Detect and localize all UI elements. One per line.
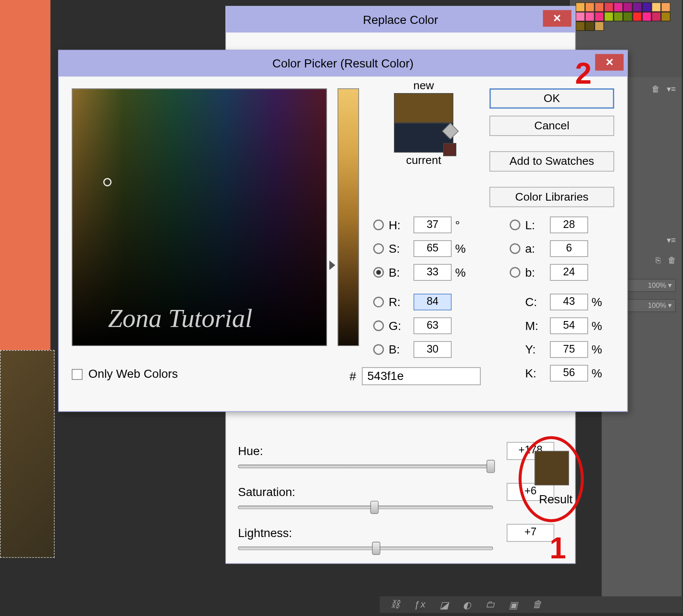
replace-close-button[interactable]: ✕: [543, 10, 572, 27]
cancel-button[interactable]: Cancel: [490, 116, 614, 136]
current-label: current: [373, 154, 474, 167]
link-icon[interactable]: ⛓: [391, 599, 401, 610]
trash-icon[interactable]: 🗑: [532, 599, 543, 610]
saturation-thumb[interactable]: [370, 501, 378, 514]
K-field[interactable]: 56: [550, 365, 588, 382]
new-icon[interactable]: ▣: [509, 599, 519, 610]
replace-titlebar[interactable]: Replace Color ✕: [226, 6, 575, 32]
lightness-thumb[interactable]: [372, 542, 380, 555]
saturation-label: Saturation:: [238, 485, 321, 499]
new-label: new: [373, 79, 474, 92]
status-bar: ⛓ ƒx ◪ ◐ 🗀 ▣ 🗑: [380, 596, 683, 613]
color-picker-dialog: Color Picker (Result Color) ✕ Zona Tutor…: [58, 50, 628, 412]
hex-field[interactable]: 543f1e: [362, 367, 481, 385]
S-radio[interactable]: [373, 243, 384, 254]
lightness-value[interactable]: +7: [507, 524, 554, 542]
replace-title: Replace Color: [363, 13, 438, 26]
R-field[interactable]: 84: [414, 294, 452, 310]
Brgb-field[interactable]: 30: [414, 341, 452, 358]
only-web-row: Only Web Colors: [72, 367, 178, 381]
adjust-icon[interactable]: ◐: [463, 599, 472, 610]
canvas-fill: [0, 0, 50, 350]
only-web-label: Only Web Colors: [88, 367, 178, 381]
hue-pointer[interactable]: [329, 260, 335, 270]
H-field[interactable]: 37: [414, 216, 452, 233]
hue-strip[interactable]: [338, 88, 359, 346]
L-radio[interactable]: [510, 219, 520, 230]
Y-field[interactable]: 75: [550, 341, 588, 358]
H-radio[interactable]: [373, 219, 384, 230]
new-color-swatch[interactable]: [394, 93, 453, 123]
blab-field[interactable]: 24: [550, 264, 588, 281]
Brgb-radio[interactable]: [373, 344, 384, 355]
fx-icon[interactable]: ƒx: [414, 599, 426, 610]
blab-radio[interactable]: [510, 267, 520, 278]
only-web-checkbox[interactable]: [72, 369, 82, 380]
C-field[interactable]: 43: [550, 294, 588, 310]
a-radio[interactable]: [510, 243, 520, 254]
add-swatches-button[interactable]: Add to Swatches: [490, 151, 614, 171]
mask-icon[interactable]: ◪: [440, 599, 450, 610]
Bhsb-field[interactable]: 33: [414, 264, 452, 281]
sv-cursor[interactable]: [103, 178, 111, 186]
annotation-1: 1: [549, 531, 566, 566]
watermark: Zona Tutorial: [108, 303, 252, 333]
color-libraries-button[interactable]: Color Libraries: [490, 187, 614, 207]
G-field[interactable]: 63: [414, 318, 452, 334]
picker-title: Color Picker (Result Color): [272, 57, 414, 70]
R-radio[interactable]: [373, 297, 384, 307]
ok-button[interactable]: OK: [490, 88, 614, 108]
annotation-2: 2: [575, 56, 592, 91]
selection-photo: [0, 350, 55, 558]
L-field[interactable]: 28: [550, 216, 588, 233]
a-field[interactable]: 6: [550, 240, 588, 257]
picker-close-button[interactable]: ✕: [595, 54, 624, 70]
annotation-circle: [519, 436, 584, 523]
sv-field[interactable]: Zona Tutorial: [72, 88, 327, 346]
picker-titlebar[interactable]: Color Picker (Result Color) ✕: [59, 50, 628, 76]
S-field[interactable]: 65: [414, 240, 452, 257]
hue-label: Hue:: [238, 444, 321, 458]
hue-thumb[interactable]: [487, 460, 495, 473]
G-radio[interactable]: [373, 321, 384, 331]
M-field[interactable]: 54: [550, 318, 588, 334]
folder-icon[interactable]: 🗀: [485, 599, 496, 610]
hue-slider[interactable]: [238, 464, 493, 468]
saturation-slider[interactable]: [238, 505, 493, 509]
lightness-label: Lightness:: [238, 526, 321, 540]
hex-symbol: #: [350, 369, 356, 383]
websafe-swatch-icon[interactable]: [443, 143, 456, 156]
B-radio[interactable]: [373, 267, 384, 278]
lightness-slider[interactable]: [238, 546, 493, 550]
